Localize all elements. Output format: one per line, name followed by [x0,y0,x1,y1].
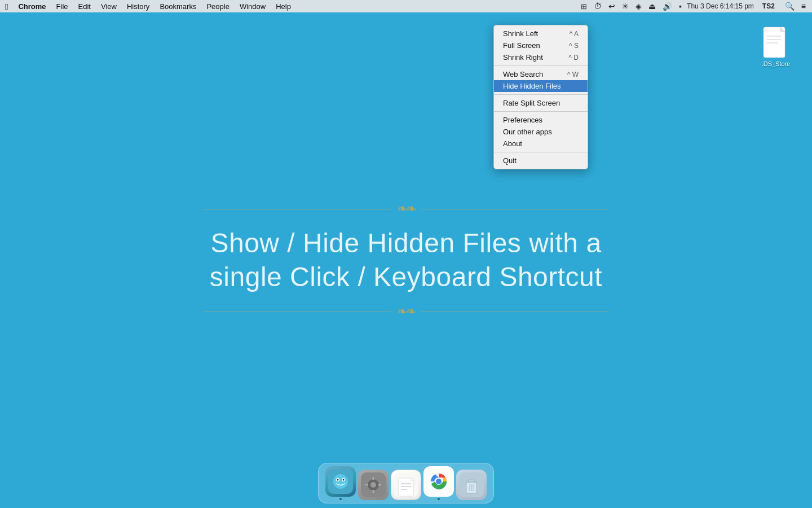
svg-point-14 [370,482,376,488]
menu-file[interactable]: File [51,0,73,12]
deco-hr-left-bot [203,312,391,312]
file-icon [762,26,789,59]
noted-icon [391,470,421,500]
menu-help[interactable]: Help [271,0,296,12]
list-icon[interactable]: ≡ [800,2,807,11]
bluetooth-icon[interactable]: ✳ [620,2,630,11]
chrome-icon [423,466,454,497]
menubar-right: ⊞ ⏱ ↩ ✳ ◈ ⏏ 🔊 ▪ Thu 3 Dec 6:14:15 pm TS2… [579,2,812,11]
dd-web-search[interactable]: Web Search ^ W [494,68,588,80]
dd-shrink-left[interactable]: Shrink Left ^ A [494,28,588,40]
wifi-icon[interactable]: ◈ [634,2,643,11]
desktop-file-ds-store[interactable]: .DS_Store [756,26,796,67]
trash-icon [456,470,487,500]
deco-line-bottom: ❧❧ [203,304,609,319]
dock-item-finder[interactable] [325,466,356,500]
volume-icon[interactable]: 🔊 [661,2,674,11]
apple-menu[interactable]:  [0,0,13,12]
sysprefs-icon [358,470,389,500]
deco-line-top: ❧❧ [203,202,609,216]
dd-other-apps[interactable]: Our other apps [494,126,588,138]
dd-rate-split-screen[interactable]: Rate Split Screen [494,97,588,109]
menu-bookmarks[interactable]: Bookmarks [155,0,201,12]
deco-hr-right-bot [421,312,609,312]
svg-point-7 [333,474,348,489]
ts2-label[interactable]: TS2 [757,2,780,10]
dock-item-sysprefs[interactable] [358,470,389,500]
svg-point-27 [436,479,442,484]
deco-ornament-bottom: ❧❧ [397,304,415,319]
split-screen-icon[interactable]: ⊞ [579,2,589,11]
file-label: .DS_Store [762,60,791,67]
dd-sep-3 [494,111,588,112]
menu-edit[interactable]: Edit [73,0,96,12]
search-icon[interactable]: 🔍 [783,2,796,11]
center-title: Show / Hide Hidden Files with a single C… [203,226,609,294]
dd-sep-1 [494,65,588,66]
menu-window[interactable]: Window [235,0,271,12]
dock-item-noted[interactable] [391,470,421,500]
deco-hr-right [421,209,609,209]
dd-about[interactable]: About [494,138,588,150]
finder-dot [339,498,342,500]
dd-preferences[interactable]: Preferences [494,114,588,126]
battery-icon[interactable]: ▪ [677,2,683,11]
svg-point-11 [343,479,345,481]
dock-item-trash[interactable] [456,470,487,500]
dd-hide-hidden-files[interactable]: Hide Hidden Files [494,80,588,92]
dd-shrink-right[interactable]: Shrink Right ^ D [494,51,588,63]
clock: Thu 3 Dec 6:14:15 pm [687,2,754,10]
svg-point-10 [337,479,339,481]
eject-icon[interactable]: ⏏ [647,2,657,11]
dd-full-screen[interactable]: Full Screen ^ S [494,40,588,51]
timemachine-icon[interactable]: ⏱ [592,2,603,11]
svg-rect-31 [469,480,474,482]
chrome-dot [438,498,440,500]
deco-hr-left [203,209,391,209]
finder-icon [325,466,356,497]
menu-view[interactable]: View [96,0,122,12]
dock [318,463,494,503]
menu-chrome[interactable]: Chrome [13,0,51,12]
dd-sep-4 [494,152,588,152]
desktop: .DS_Store ❧❧ Show / Hide Hidden Files wi… [0,12,812,508]
menu-people[interactable]: People [201,0,234,12]
menu-history[interactable]: History [122,0,155,12]
menubar:  Chrome File Edit View History Bookmark… [0,0,812,12]
center-content: ❧❧ Show / Hide Hidden Files with a singl… [203,202,609,319]
dd-sep-2 [494,94,588,95]
dropdown-menu: Shrink Left ^ A Full Screen ^ S Shrink R… [493,25,588,169]
back-icon[interactable]: ↩ [607,2,617,11]
deco-ornament-top: ❧❧ [397,202,415,216]
dock-item-chrome[interactable] [423,466,454,500]
dd-quit[interactable]: Quit [494,155,588,167]
